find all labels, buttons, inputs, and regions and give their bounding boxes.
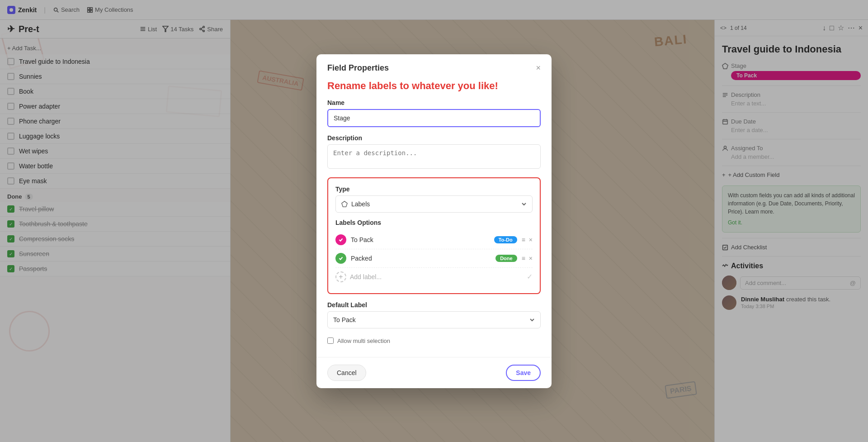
- label-option-to-pack: To Pack To-Do ≡ ×: [335, 231, 533, 249]
- type-section: Type Labels Labels Options: [327, 177, 541, 294]
- packed-actions: ≡ ×: [522, 255, 533, 262]
- modal-header: Field Properties ×: [316, 54, 552, 80]
- default-label-title: Default Label: [327, 301, 541, 309]
- allow-multi-label: Allow multi selection: [337, 337, 390, 344]
- modal-close-button[interactable]: ×: [536, 63, 541, 73]
- name-input[interactable]: [327, 109, 541, 127]
- modal-footer: Cancel Save: [316, 357, 552, 388]
- save-button[interactable]: Save: [506, 365, 541, 381]
- default-label-value: To Pack: [333, 316, 356, 323]
- description-label: Description: [327, 134, 541, 142]
- labels-options: Labels Options To Pack To-Do ≡ ×: [335, 219, 533, 286]
- packed-color: [335, 253, 346, 264]
- add-label-placeholder: Add label...: [350, 273, 382, 280]
- dropdown-chevron-icon: [521, 201, 527, 207]
- default-dropdown-chevron-icon: [529, 317, 535, 323]
- packed-reorder-button[interactable]: ≡: [522, 255, 525, 262]
- labels-options-title: Labels Options: [335, 219, 533, 226]
- to-pack-color: [335, 234, 346, 245]
- field-properties-modal: Field Properties × Rename labels to what…: [316, 54, 552, 388]
- rename-annotation: Rename labels to whatever you like!: [327, 80, 541, 92]
- modal-title: Field Properties: [327, 63, 389, 73]
- description-textarea[interactable]: [327, 144, 541, 169]
- type-select[interactable]: Labels: [335, 195, 533, 213]
- to-pack-label: To Pack: [351, 236, 490, 243]
- to-pack-actions: ≡ ×: [522, 236, 533, 243]
- label-option-packed: Packed Done ≡ ×: [335, 249, 533, 268]
- to-pack-delete-button[interactable]: ×: [529, 236, 533, 243]
- packed-delete-button[interactable]: ×: [529, 255, 533, 262]
- to-pack-badge: To-Do: [494, 236, 517, 243]
- packed-label: Packed: [351, 255, 491, 262]
- type-value: Labels: [351, 200, 370, 208]
- default-label-section: Default Label To Pack: [327, 301, 541, 328]
- add-label-row[interactable]: + Add label... ✓: [335, 268, 533, 286]
- description-section: Description: [327, 134, 541, 170]
- to-pack-reorder-button[interactable]: ≡: [522, 236, 525, 243]
- allow-multi-checkbox[interactable]: [327, 337, 334, 344]
- svg-marker-26: [342, 201, 347, 206]
- allow-multi-row: Allow multi selection: [327, 336, 541, 346]
- checkmark-icon: ✓: [527, 272, 533, 281]
- name-section: Name: [327, 99, 541, 127]
- type-select-inner: Labels: [341, 200, 370, 208]
- packed-badge: Done: [495, 255, 517, 262]
- name-label: Name: [327, 99, 541, 106]
- type-label: Type: [335, 185, 533, 193]
- default-label-select[interactable]: To Pack: [327, 311, 541, 328]
- add-label-circle: +: [335, 271, 346, 282]
- modal-body: Rename labels to whatever you like! Name…: [316, 80, 552, 357]
- modal-overlay: Field Properties × Rename labels to what…: [0, 0, 868, 442]
- cancel-button[interactable]: Cancel: [327, 365, 366, 381]
